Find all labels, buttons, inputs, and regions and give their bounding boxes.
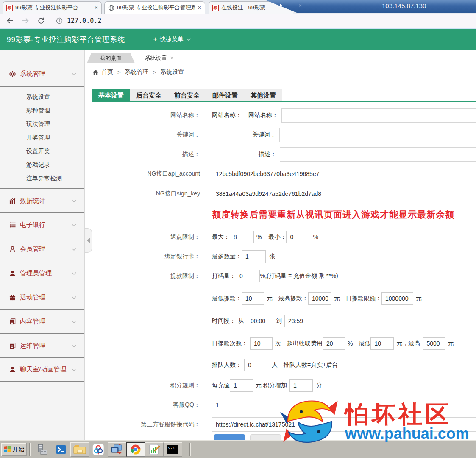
rebate-max-input[interactable]	[230, 231, 254, 243]
close-tab-icon[interactable]	[170, 55, 173, 61]
sidebar-group-statistics[interactable]: 数据统计	[0, 188, 84, 212]
cmd-icon	[167, 445, 178, 454]
sidebar-group-activities[interactable]: 活动管理	[0, 285, 84, 309]
cs-link-input[interactable]	[212, 417, 476, 432]
workspace-tab-label: 系统设置	[145, 55, 167, 61]
tab-frontend-security[interactable]: 前台安全	[170, 89, 203, 101]
sidebar-submenu: 系统设置 彩种管理 玩法管理 开奖管理 设置开奖 游戏记录 注单异常检测	[0, 86, 84, 188]
app-rings-icon	[92, 444, 104, 455]
form-row-withdraw: 提款限制： 打码量： %,(打码量 = 充值金额 乘 **%)	[85, 269, 476, 283]
time-from-input[interactable]	[247, 315, 270, 327]
bar-chart-icon	[9, 198, 16, 204]
withdraw-min-input[interactable]	[242, 292, 264, 305]
info-icon[interactable]	[56, 17, 63, 24]
unit-label: %	[256, 234, 262, 240]
back-icon[interactable]	[6, 17, 14, 25]
bank-card-qty-input[interactable]	[242, 250, 266, 263]
taskbar-item-chrome[interactable]	[126, 442, 145, 457]
sidebar-item-draw-manage[interactable]: 开奖管理	[0, 131, 84, 144]
sidebar-group-admins[interactable]: 管理员管理	[0, 261, 84, 285]
withdraw-max-input[interactable]	[308, 292, 331, 305]
taskbar-item-powershell[interactable]	[52, 442, 70, 457]
field-label: 网站名称：	[85, 112, 200, 119]
chevron-down-icon	[71, 367, 77, 372]
form-row-qq: 客服QQ：	[85, 398, 476, 412]
site-name-input[interactable]	[281, 108, 476, 123]
points-add-input[interactable]	[289, 379, 313, 392]
sidebar-group-label: 运维管理	[20, 342, 45, 350]
daily-times-input[interactable]	[250, 337, 273, 350]
lottery-favicon	[212, 5, 219, 11]
sidebar-group-ebank[interactable]: 电子银行	[0, 212, 84, 237]
browser-tab-title: 99彩票-专业投注购彩平台管理系	[117, 4, 195, 11]
sidebar-group-label: 聊天室/动画管理	[20, 366, 66, 374]
points-per-input[interactable]	[230, 379, 253, 392]
sidebar-item-lottery-manage[interactable]: 彩种管理	[0, 103, 84, 117]
breadcrumb-separator	[153, 69, 156, 75]
taskbar-item-server-manager[interactable]	[33, 442, 52, 457]
close-tab-icon[interactable]	[95, 5, 98, 11]
unit-label: 张	[269, 253, 275, 260]
form-row-cs-link: 第三方客服链接代码：	[85, 417, 476, 432]
gear-icon	[9, 71, 16, 77]
unit-label: %	[313, 234, 318, 240]
fee-max-input[interactable]	[423, 337, 445, 350]
breadcrumb-level1[interactable]: 系统管理	[125, 68, 149, 76]
sidebar-item-play-manage[interactable]: 玩法管理	[0, 117, 84, 131]
excess-fee-input[interactable]	[323, 337, 345, 350]
powershell-icon	[56, 444, 67, 455]
workspace-tab-desktop[interactable]: 我的桌面	[87, 53, 135, 63]
tab-backend-security[interactable]: 后台安全	[132, 89, 165, 101]
sidebar-group-system[interactable]: 系统管理	[0, 62, 84, 86]
description-input[interactable]	[280, 147, 476, 162]
taskbar-item-cmd[interactable]	[164, 442, 182, 457]
service-qq-input[interactable]	[212, 398, 476, 412]
withdraw-daily-input[interactable]	[381, 292, 413, 305]
form-row-keywords: 关键词： 关键词：	[85, 128, 476, 142]
form-row-site-name: 网站名称： 网站名称： 网站名称：	[85, 108, 476, 123]
rebate-min-input[interactable]	[286, 231, 310, 243]
start-button[interactable]: 开始	[1, 443, 27, 456]
queue-input[interactable]	[244, 359, 268, 371]
sidebar-group-label: 内容管理	[20, 318, 45, 326]
breadcrumb-level2[interactable]: 系统设置	[160, 68, 184, 76]
time-to-input[interactable]	[284, 315, 309, 327]
server-manager-icon	[36, 444, 48, 455]
url-text: 127.0.0.2	[67, 17, 101, 25]
taskbar-separator	[189, 443, 191, 456]
sidebar-collapse-handle[interactable]	[85, 228, 92, 253]
field-label: 第三方客服链接代码：	[85, 421, 200, 428]
sidebar-group-members[interactable]: 会员管理	[0, 237, 84, 261]
ng-api-account-input[interactable]	[212, 167, 476, 181]
sidebar-item-bet-anomaly[interactable]: 注单异常检测	[0, 171, 84, 185]
keywords-input[interactable]	[279, 128, 476, 142]
sidebar-group-ops[interactable]: 运维管理	[0, 333, 84, 357]
browser-tab-2[interactable]: 99彩票-专业投注购彩平台管理系	[104, 1, 205, 14]
refresh-icon[interactable]	[37, 17, 45, 25]
address-bar[interactable]: 127.0.0.2	[56, 17, 101, 25]
workspace-tab-settings[interactable]: 系统设置	[134, 53, 184, 63]
sidebar-group-chatroom[interactable]: 聊天室/动画管理	[0, 357, 84, 382]
main-content: 我的桌面 系统设置 首页 系统管理 系统设置 基本设置 后台安全 前台安全 邮件…	[85, 50, 476, 441]
sidebar-item-game-records[interactable]: 游戏记录	[0, 158, 84, 171]
sidebar-item-system-settings[interactable]: 系统设置	[0, 90, 84, 103]
tab-mail-settings[interactable]: 邮件设置	[209, 89, 242, 101]
breadcrumb-home[interactable]: 首页	[101, 68, 113, 76]
browser-tab-1[interactable]: 99彩票-专业投注购彩平台	[3, 1, 102, 14]
tab-other-settings[interactable]: 其他设置	[247, 89, 280, 101]
taskbar-item-file-explorer[interactable]	[70, 442, 89, 457]
chat-icon	[9, 366, 16, 373]
code-volume-input[interactable]	[236, 270, 260, 282]
close-tab-icon[interactable]	[198, 5, 201, 11]
fee-min-input[interactable]	[370, 337, 394, 350]
taskbar-item-notepad[interactable]	[145, 442, 164, 457]
taskbar-item-rings-app[interactable]	[89, 442, 108, 457]
taskbar-item-remote-desktop[interactable]	[108, 442, 126, 457]
forward-icon[interactable]	[21, 17, 30, 25]
field-label: 关键词：	[252, 131, 276, 139]
sidebar-group-content[interactable]: 内容管理	[0, 309, 84, 333]
ng-sign-key-input[interactable]	[212, 187, 476, 201]
quick-menu-button[interactable]: 快捷菜单	[153, 36, 191, 43]
tab-basic-settings[interactable]: 基本设置	[92, 89, 130, 101]
sidebar-item-draw-set[interactable]: 设置开奖	[0, 144, 84, 158]
